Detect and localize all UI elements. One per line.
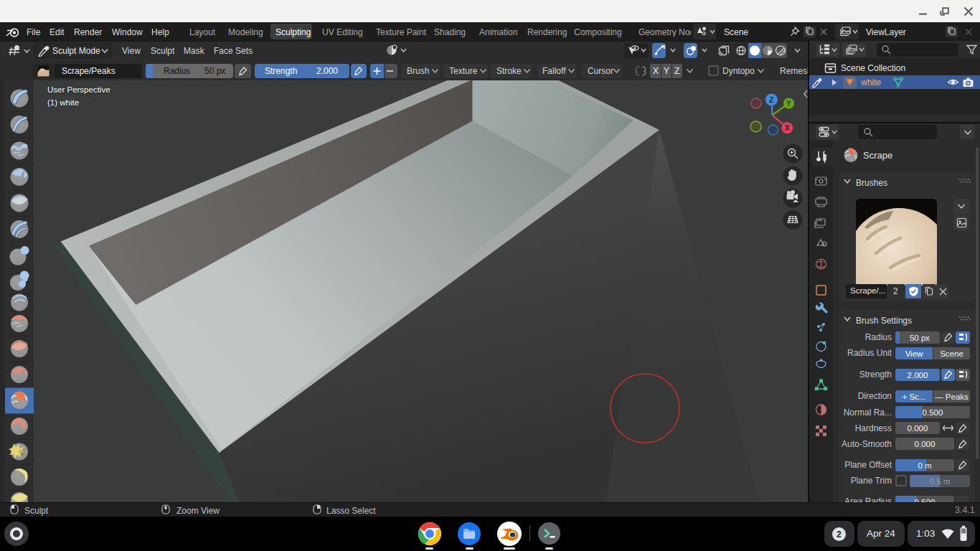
svg-text:X: X [785,124,790,132]
svg-text:Y: Y [786,100,791,108]
svg-text:Z: Z [769,96,773,104]
